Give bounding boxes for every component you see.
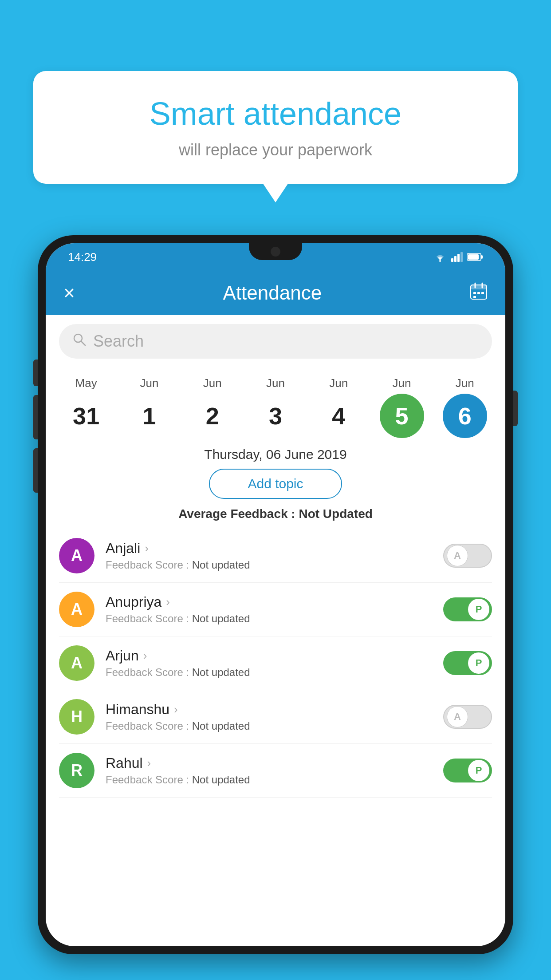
student-info: Arjun ›Feedback Score : Not updated [106,648,434,679]
cal-date[interactable]: 4 [316,394,361,438]
phone-screen: 14:29 [46,243,505,946]
toggle-switch[interactable]: A [443,544,492,568]
svg-rect-3 [457,254,460,262]
student-row[interactable]: AArjun ›Feedback Score : Not updatedP [59,636,492,690]
toggle-knob: P [468,599,489,620]
student-name: Anjali › [106,540,434,557]
attendance-toggle[interactable]: A [443,544,492,568]
toggle-switch[interactable]: A [443,705,492,729]
student-avatar: A [59,538,94,573]
student-feedback: Feedback Score : Not updated [106,720,434,732]
bubble-title: Smart attendance [60,95,491,132]
cal-month: Jun [329,376,348,390]
attendance-toggle[interactable]: P [443,651,492,675]
student-name: Arjun › [106,648,434,664]
svg-rect-9 [471,285,487,289]
chevron-right-icon: › [174,703,178,716]
calendar-icon[interactable] [470,282,488,304]
close-button[interactable]: × [63,282,75,304]
svg-rect-6 [481,255,483,259]
student-feedback: Feedback Score : Not updated [106,612,434,625]
toggle-knob: P [468,760,489,781]
attendance-toggle[interactable]: P [443,759,492,782]
calendar-day[interactable]: Jun5 [375,376,429,438]
svg-point-0 [439,260,441,262]
toggle-switch[interactable]: P [443,651,492,675]
toggle-switch[interactable]: P [443,759,492,782]
avg-feedback-label: Average Feedback : [178,507,295,521]
student-info: Rahul ›Feedback Score : Not updated [106,755,434,786]
attendance-toggle[interactable]: P [443,597,492,621]
status-time: 14:29 [68,250,97,264]
bubble-subtitle: will replace your paperwork [60,141,491,159]
toggle-switch[interactable]: P [443,597,492,621]
calendar-day[interactable]: May31 [59,376,113,438]
svg-rect-1 [451,258,453,262]
chevron-right-icon: › [166,595,170,609]
cal-month: Jun [393,376,411,390]
calendar-row: May31Jun1Jun2Jun3Jun4Jun5Jun6 [46,368,505,438]
status-icons [433,252,483,262]
speech-bubble: Smart attendance will replace your paper… [33,71,518,184]
phone-container: 14:29 [38,235,513,980]
student-row[interactable]: HHimanshu ›Feedback Score : Not updatedA [59,690,492,744]
calendar-day[interactable]: Jun1 [122,376,176,438]
avg-feedback-value: Not Updated [299,507,372,521]
add-topic-button[interactable]: Add topic [209,469,342,499]
header-title: Attendance [223,282,322,304]
svg-rect-14 [481,292,484,294]
student-avatar: A [59,592,94,627]
cal-date[interactable]: 6 [443,394,487,438]
phone-notch [249,243,302,260]
phone-outer: 14:29 [38,235,513,954]
svg-rect-7 [468,254,479,260]
toggle-knob: A [447,545,468,566]
signal-icon [451,252,463,262]
cal-date[interactable]: 1 [127,394,171,438]
svg-line-17 [81,341,85,345]
calendar-day[interactable]: Jun3 [249,376,302,438]
battery-icon [467,253,483,261]
student-info: Anupriya ›Feedback Score : Not updated [106,594,434,625]
cal-date[interactable]: 2 [190,394,235,438]
cal-date[interactable]: 31 [64,394,108,438]
svg-rect-2 [454,256,457,262]
selected-date-label: Thursday, 06 June 2019 [46,447,505,462]
app-header: × Attendance [46,271,505,315]
student-avatar: A [59,645,94,681]
search-icon [72,332,87,350]
volume-down-button [33,448,38,493]
toggle-knob: P [468,652,489,674]
student-name: Anupriya › [106,594,434,610]
search-bar[interactable]: Search [59,324,492,359]
student-feedback: Feedback Score : Not updated [106,559,434,571]
svg-rect-13 [477,292,480,294]
cal-date[interactable]: 3 [253,394,298,438]
attendance-toggle[interactable]: A [443,705,492,729]
calendar-day[interactable]: Jun4 [312,376,365,438]
cal-date[interactable]: 5 [380,394,424,438]
student-avatar: R [59,753,94,788]
svg-rect-12 [473,292,476,294]
student-list: AAnjali ›Feedback Score : Not updatedAAA… [46,529,505,798]
speech-bubble-container: Smart attendance will replace your paper… [33,71,518,184]
calendar-day[interactable]: Jun6 [438,376,492,438]
chevron-right-icon: › [147,756,151,770]
volume-up-button [33,395,38,439]
student-row[interactable]: AAnupriya ›Feedback Score : Not updatedP [59,583,492,636]
cal-month: May [75,376,97,390]
cal-month: Jun [140,376,158,390]
student-row[interactable]: RRahul ›Feedback Score : Not updatedP [59,744,492,798]
student-feedback: Feedback Score : Not updated [106,774,434,786]
student-row[interactable]: AAnjali ›Feedback Score : Not updatedA [59,529,492,583]
student-name: Himanshu › [106,701,434,718]
calendar-day[interactable]: Jun2 [186,376,239,438]
svg-rect-15 [473,296,476,298]
svg-rect-4 [460,252,463,262]
student-info: Anjali ›Feedback Score : Not updated [106,540,434,571]
average-feedback: Average Feedback : Not Updated [46,507,505,521]
student-feedback: Feedback Score : Not updated [106,666,434,679]
cal-month: Jun [266,376,285,390]
front-camera [271,247,280,257]
power-button [513,391,518,426]
